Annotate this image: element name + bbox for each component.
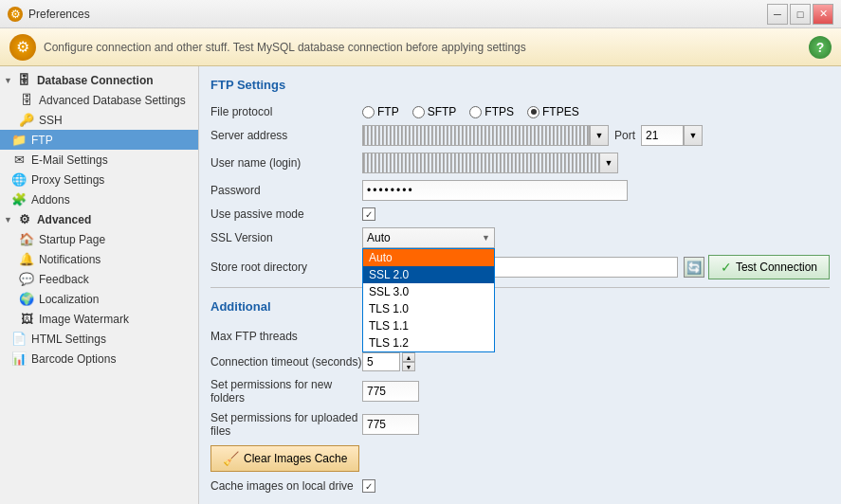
ssl-option-auto[interactable]: Auto <box>363 249 494 266</box>
ssl-select[interactable]: Auto ▼ <box>362 227 495 248</box>
ssl-option-tls10[interactable]: TLS 1.0 <box>363 300 494 317</box>
advanced-icon: ⚙ <box>17 212 32 226</box>
clear-cache-label: Clear Images Cache <box>244 452 347 465</box>
sidebar-item-advanced-db[interactable]: 🗄 Advanced Database Settings <box>0 90 198 110</box>
maximize-button[interactable]: □ <box>790 4 811 25</box>
header-bar: ⚙ Configure connection and other stuff. … <box>0 28 841 66</box>
window-controls: ─ □ ✕ <box>767 4 833 25</box>
server-address-label: Server address <box>210 129 362 142</box>
passive-mode-label: Use passive mode <box>210 207 362 221</box>
sidebar-label: Localization <box>39 293 99 306</box>
max-ftp-row: Max FTP threads ▲ ▼ <box>210 327 830 346</box>
sidebar-item-image-watermark[interactable]: 🖼 Image Watermark <box>0 309 198 329</box>
username-controls: ▼ <box>362 153 830 173</box>
sidebar-label: Addons <box>31 193 70 207</box>
sidebar-item-advanced[interactable]: ▼ ⚙ Advanced <box>0 209 198 229</box>
cache-local-checkbox[interactable] <box>362 479 375 493</box>
sidebar-item-addons[interactable]: 🧩 Addons <box>0 189 198 209</box>
sidebar-item-localization[interactable]: 🌍 Localization <box>0 289 198 309</box>
feedback-icon: 💬 <box>19 272 34 286</box>
additional-section-title: Additional <box>210 299 830 317</box>
minimize-button[interactable]: ─ <box>767 4 788 25</box>
ssl-option-tls11[interactable]: TLS 1.1 <box>363 317 494 334</box>
sidebar-item-email[interactable]: ✉ E-Mail Settings <box>0 150 198 170</box>
localization-icon: 🌍 <box>19 292 34 306</box>
ssl-option-ssl20[interactable]: SSL 2.0 <box>363 266 494 283</box>
cache-local-label: Cache images on local drive <box>210 479 362 493</box>
permissions-folders-label: Set permissions for new folders <box>210 378 362 405</box>
conn-timeout-down-btn[interactable]: ▼ <box>402 362 415 371</box>
sidebar-item-proxy[interactable]: 🌐 Proxy Settings <box>0 170 198 189</box>
store-root-label: Store root directory <box>210 261 362 274</box>
radio-sftp[interactable]: SFTP <box>412 105 457 118</box>
passive-mode-checkbox[interactable] <box>362 207 375 221</box>
sidebar-label: Notifications <box>39 253 101 266</box>
sidebar-item-barcode[interactable]: 📊 Barcode Options <box>0 349 198 369</box>
conn-timeout-input[interactable] <box>362 352 400 371</box>
radio-ftps[interactable]: FTPS <box>469 105 514 118</box>
close-button[interactable]: ✕ <box>813 4 833 25</box>
sidebar-item-ssh[interactable]: 🔑 SSH <box>0 110 198 130</box>
permissions-files-label: Set permissions for uploaded files <box>210 411 362 438</box>
sidebar-label: HTML Settings <box>31 333 106 346</box>
ssl-option-ssl30[interactable]: SSL 3.0 <box>363 283 494 300</box>
password-controls <box>362 180 830 201</box>
main-layout: ▼ 🗄 Database Connection 🗄 Advanced Datab… <box>0 66 841 504</box>
store-root-refresh-btn[interactable]: 🔄 <box>684 257 704 278</box>
server-address-input[interactable] <box>362 125 590 146</box>
sidebar-item-feedback[interactable]: 💬 Feedback <box>0 269 198 289</box>
radio-ftpes[interactable]: FTPES <box>527 105 579 118</box>
test-connection-label: Test Connection <box>736 261 817 274</box>
ssl-version-label: SSL Version <box>210 231 362 244</box>
ssl-dropdown-menu: Auto SSL 2.0 SSL 3.0 TLS 1.0 TLS 1.1 TLS… <box>362 248 495 352</box>
radio-ftp-label: FTP <box>377 105 399 118</box>
server-address-dropdown-btn[interactable]: ▼ <box>590 125 609 146</box>
content-area: FTP Settings File protocol FTP SFTP FTPS <box>199 66 841 504</box>
sidebar-label: Startup Page <box>39 233 105 246</box>
html-icon: 📄 <box>11 332 27 346</box>
radio-ftp[interactable]: FTP <box>362 105 399 118</box>
sidebar-label: Barcode Options <box>31 352 116 366</box>
sidebar-label: E-Mail Settings <box>31 153 108 167</box>
ssl-selected-value: Auto <box>367 231 391 244</box>
expand-icon: ▼ <box>4 76 12 85</box>
sidebar-label: Feedback <box>39 273 89 286</box>
protocol-radio-group: FTP SFTP FTPS FTPES <box>362 105 830 118</box>
help-button[interactable]: ? <box>809 36 832 59</box>
max-ftp-label: Max FTP threads <box>210 330 362 343</box>
username-row: User name (login) ▼ <box>210 153 830 173</box>
conn-timeout-label: Connection timeout (seconds) <box>210 355 362 369</box>
ssl-dropdown-arrow: ▼ <box>482 233 490 243</box>
username-combobox: ▼ <box>362 153 618 173</box>
sidebar-item-ftp[interactable]: 📁 FTP <box>0 130 198 150</box>
radio-ftpes-circle <box>527 106 539 118</box>
conn-timeout-row: Connection timeout (seconds) ▲ ▼ <box>210 352 830 371</box>
conn-timeout-up-btn[interactable]: ▲ <box>402 352 415 362</box>
sidebar-item-startup[interactable]: 🏠 Startup Page <box>0 229 198 249</box>
ssl-version-controls: Auto ▼ Auto SSL 2.0 SSL 3.0 TLS 1.0 TLS … <box>362 227 830 248</box>
permissions-files-input[interactable] <box>362 414 419 435</box>
ftp-section-title: FTP Settings <box>210 78 830 96</box>
username-input[interactable] <box>362 153 599 173</box>
conn-timeout-spinner: ▲ ▼ <box>402 352 415 371</box>
sidebar-item-notifications[interactable]: 🔔 Notifications <box>0 249 198 269</box>
barcode-icon: 📊 <box>11 351 27 366</box>
store-root-row: Store root directory 🔄 ✓ Test Connection <box>210 255 830 279</box>
permissions-folders-input[interactable] <box>362 381 419 402</box>
cache-icon: 🧹 <box>223 451 239 466</box>
ssl-option-tls12[interactable]: TLS 1.2 <box>363 334 494 351</box>
password-input[interactable] <box>362 180 628 201</box>
watermark-icon: 🖼 <box>19 312 34 326</box>
header-text: Configure connection and other stuff. Te… <box>44 41 526 54</box>
ftp-icon: 📁 <box>11 133 27 147</box>
sidebar-item-database-connection[interactable]: ▼ 🗄 Database Connection <box>0 70 198 90</box>
additional-section: Additional Max FTP threads ▲ ▼ Connectio… <box>210 299 830 493</box>
sidebar-item-html-settings[interactable]: 📄 HTML Settings <box>0 329 198 349</box>
sidebar-label: SSH <box>39 114 63 127</box>
test-connection-button[interactable]: ✓ Test Connection <box>708 255 830 279</box>
clear-images-cache-button[interactable]: 🧹 Clear Images Cache <box>210 445 359 472</box>
divider <box>210 287 830 288</box>
username-dropdown-btn[interactable]: ▼ <box>599 153 618 173</box>
port-dropdown-btn[interactable]: ▼ <box>684 125 703 146</box>
port-input[interactable] <box>641 125 684 146</box>
